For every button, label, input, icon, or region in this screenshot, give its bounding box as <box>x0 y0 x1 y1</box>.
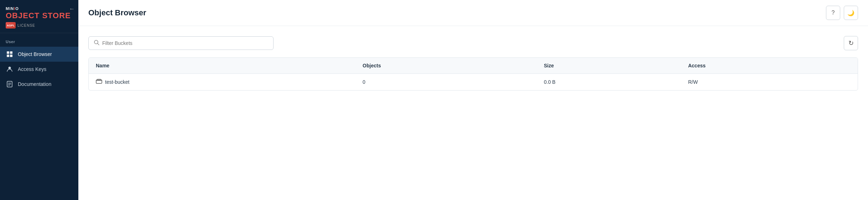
sidebar-item-label-access-keys: Access Keys <box>18 66 46 72</box>
bucket-name-cell: test-bucket <box>89 74 355 91</box>
page-title: Object Browser <box>88 8 146 17</box>
doc-icon <box>6 80 14 88</box>
sidebar-item-label-documentation: Documentation <box>18 81 51 87</box>
moon-icon: 🌙 <box>847 10 854 16</box>
col-header-name: Name <box>89 58 355 74</box>
logo-object-store: OBJECT STORE <box>6 11 73 20</box>
table-body: test-bucket 0 0.0 B R/W <box>89 74 858 91</box>
license-icon: AGPL <box>6 22 16 29</box>
table-header: Name Objects Size Access <box>89 58 858 74</box>
theme-toggle-button[interactable]: 🌙 <box>844 6 858 20</box>
logo-minio: MINIO <box>6 6 19 11</box>
license-text: LICENSE <box>17 24 35 27</box>
logo-part1: OBJECT <box>6 11 40 20</box>
bucket-objects-cell: 0 <box>355 74 537 91</box>
search-icon <box>94 40 99 47</box>
logo-suffix: O <box>15 6 19 11</box>
bucket-name: test-bucket <box>105 79 129 85</box>
help-button[interactable]: ? <box>826 6 840 20</box>
buckets-table: Name Objects Size Access <box>89 58 858 90</box>
refresh-icon: ↻ <box>848 39 854 47</box>
top-bar-actions: ? 🌙 <box>826 6 858 20</box>
search-box <box>88 36 274 50</box>
sidebar-item-object-browser[interactable]: Object Browser <box>0 47 78 62</box>
svg-rect-2 <box>7 55 9 57</box>
bucket-name-with-icon: test-bucket <box>96 79 129 85</box>
sidebar-item-access-keys[interactable]: Access Keys <box>0 62 78 77</box>
refresh-button[interactable]: ↻ <box>844 36 858 50</box>
license-badge: AGPL LICENSE <box>6 22 73 29</box>
grid-icon <box>6 50 14 58</box>
bucket-icon <box>96 79 102 85</box>
top-bar: Object Browser ? 🌙 <box>78 0 868 26</box>
svg-rect-1 <box>10 51 12 54</box>
content-area: ↻ Name Objects Size Access <box>78 26 868 101</box>
buckets-table-container: Name Objects Size Access <box>88 57 858 91</box>
bucket-size-cell: 0.0 B <box>537 74 681 91</box>
col-header-size: Size <box>537 58 681 74</box>
svg-point-4 <box>9 67 11 69</box>
sidebar: MINIO ← OBJECT STORE AGPL LICENSE User O… <box>0 0 78 200</box>
logo-top: MINIO ← <box>6 6 73 11</box>
collapse-button[interactable]: ← <box>69 6 75 12</box>
svg-line-10 <box>98 43 99 45</box>
sidebar-section-user: User <box>0 33 78 47</box>
svg-rect-0 <box>7 51 9 54</box>
sidebar-header: MINIO ← OBJECT STORE AGPL LICENSE <box>0 0 78 33</box>
filter-bar: ↻ <box>88 36 858 50</box>
col-header-access: Access <box>681 58 858 74</box>
table-row: test-bucket 0 0.0 B R/W <box>89 74 858 91</box>
col-header-objects: Objects <box>355 58 537 74</box>
person-icon <box>6 65 14 73</box>
agpl-label: AGPL <box>7 24 15 27</box>
sidebar-item-label-object-browser: Object Browser <box>18 51 52 57</box>
bucket-access-cell: R/W <box>681 74 858 91</box>
logo-part2: STORE <box>42 11 71 20</box>
main-content: Object Browser ? 🌙 ↻ <box>78 0 868 200</box>
logo-brand: MIN <box>6 6 14 11</box>
sidebar-item-documentation[interactable]: Documentation <box>0 77 78 92</box>
svg-rect-3 <box>10 55 12 57</box>
filter-buckets-input[interactable] <box>102 40 268 46</box>
